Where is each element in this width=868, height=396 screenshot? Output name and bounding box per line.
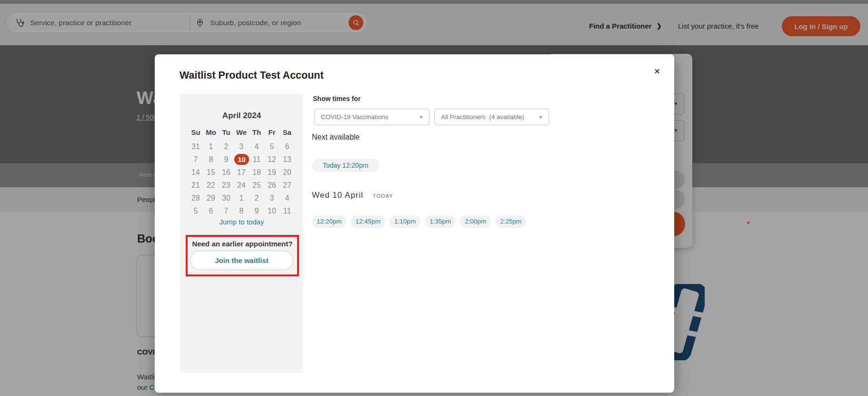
calendar-day[interactable]: 5	[188, 204, 203, 217]
date-heading-row: Wed 10 April TODAY	[312, 191, 393, 200]
calendar-day-header: Fr	[264, 128, 279, 136]
service-dropdown-value: COVID-19 Vaccinations	[321, 113, 389, 121]
calendar-day-header: We	[234, 128, 249, 136]
calendar-day[interactable]: 22	[203, 179, 219, 192]
calendar-day[interactable]: 10	[264, 204, 279, 217]
service-dropdown[interactable]: COVID-19 Vaccinations ▾	[314, 109, 429, 125]
practitioner-dropdown[interactable]: All Practitioners (4 available) ▾	[434, 109, 549, 125]
calendar-day[interactable]: 23	[219, 179, 234, 192]
show-times-label: Show times for	[313, 95, 360, 102]
next-available-slot[interactable]: Today 12:20pm	[312, 159, 379, 172]
time-slot[interactable]: 12:45pm	[351, 215, 386, 228]
calendar-day[interactable]: 2	[219, 140, 234, 153]
calendar-day[interactable]: 29	[203, 192, 219, 204]
calendar-panel: April 2024 SuMoTuWeThFrSa 31123456789101…	[180, 94, 303, 373]
calendar-day[interactable]: 10	[234, 154, 249, 165]
calendar-day[interactable]: 4	[249, 140, 264, 153]
time-slot[interactable]: 1:10pm	[389, 215, 420, 228]
date-heading: Wed 10 April	[312, 191, 363, 200]
calendar-day-header: Su	[188, 128, 203, 136]
caret-down-icon: ▾	[539, 114, 542, 120]
modal-title: Waitlist Product Test Account	[180, 70, 324, 81]
time-slot[interactable]: 2:25pm	[495, 215, 526, 228]
next-available-label: Next available	[312, 133, 360, 142]
red-dot-marker	[747, 222, 749, 224]
waitlist-prompt: Need an earlier appointment?	[188, 240, 297, 248]
calendar-day-headers: SuMoTuWeThFrSa	[188, 128, 295, 136]
red-annotation-box: Need an earlier appointment? Join the wa…	[186, 235, 299, 276]
time-slot[interactable]: 2:00pm	[460, 215, 491, 228]
calendar-day[interactable]: 11	[279, 204, 295, 217]
calendar-day[interactable]: 20	[279, 166, 295, 179]
calendar-day-header: Mo	[203, 128, 219, 136]
calendar-day[interactable]: 18	[249, 166, 264, 179]
calendar-day[interactable]: 12	[264, 153, 279, 166]
calendar-day[interactable]: 1	[234, 192, 249, 204]
page: Service, practice or practitioner Suburb…	[0, 0, 868, 396]
calendar-day[interactable]: 9	[219, 153, 234, 166]
calendar-day[interactable]: 3	[264, 192, 279, 204]
time-slot-list: 12:20pm12:45pm1:10pm1:35pm2:00pm2:25pm	[312, 215, 526, 228]
calendar-day[interactable]: 24	[234, 179, 249, 192]
calendar-day-header: Sa	[279, 128, 295, 136]
caret-down-icon: ▾	[420, 114, 422, 120]
calendar-day[interactable]: 31	[188, 140, 203, 153]
calendar-day[interactable]: 19	[264, 166, 279, 179]
calendar-day[interactable]: 15	[203, 166, 219, 179]
calendar-day-header: Tu	[219, 128, 234, 136]
calendar-day[interactable]: 11	[249, 153, 264, 166]
calendar-day[interactable]: 8	[203, 153, 219, 166]
calendar-day[interactable]: 6	[203, 204, 219, 217]
time-slot[interactable]: 12:20pm	[312, 215, 347, 228]
calendar-grid: 3112345678910111213141516171819202122232…	[188, 140, 295, 217]
calendar-day[interactable]: 3	[234, 140, 249, 153]
calendar-day[interactable]: 27	[279, 179, 295, 192]
calendar-day[interactable]: 1	[203, 140, 219, 153]
today-badge: TODAY	[373, 193, 393, 199]
jump-to-today-link[interactable]: Jump to today	[180, 218, 303, 226]
calendar-month-label: April 2024	[180, 111, 303, 121]
calendar-day[interactable]: 26	[264, 179, 279, 192]
close-icon[interactable]: ✕	[651, 66, 663, 77]
calendar-day[interactable]: 7	[188, 153, 203, 166]
calendar-day[interactable]: 4	[279, 192, 295, 204]
calendar-day-header: Th	[249, 128, 264, 136]
calendar-day[interactable]: 21	[188, 179, 203, 192]
practitioner-dropdown-value: All Practitioners (4 available)	[441, 113, 524, 121]
calendar-day[interactable]: 28	[188, 192, 203, 204]
calendar-day[interactable]: 17	[234, 166, 249, 179]
calendar-day[interactable]: 13	[279, 153, 295, 166]
calendar-day[interactable]: 8	[234, 204, 249, 217]
time-slot[interactable]: 1:35pm	[425, 215, 456, 228]
calendar-day[interactable]: 7	[219, 204, 234, 217]
calendar-day[interactable]: 30	[219, 192, 234, 204]
calendar-day[interactable]: 9	[249, 204, 264, 217]
calendar-day[interactable]: 25	[249, 179, 264, 192]
booking-modal: Waitlist Product Test Account ✕ April 20…	[155, 54, 674, 393]
calendar-day[interactable]: 16	[219, 166, 234, 179]
calendar-day[interactable]: 5	[264, 140, 279, 153]
join-waitlist-button[interactable]: Join the waitlist	[190, 251, 293, 270]
calendar-day[interactable]: 6	[279, 140, 295, 153]
calendar-day[interactable]: 2	[249, 192, 264, 204]
calendar-day[interactable]: 14	[188, 166, 203, 179]
